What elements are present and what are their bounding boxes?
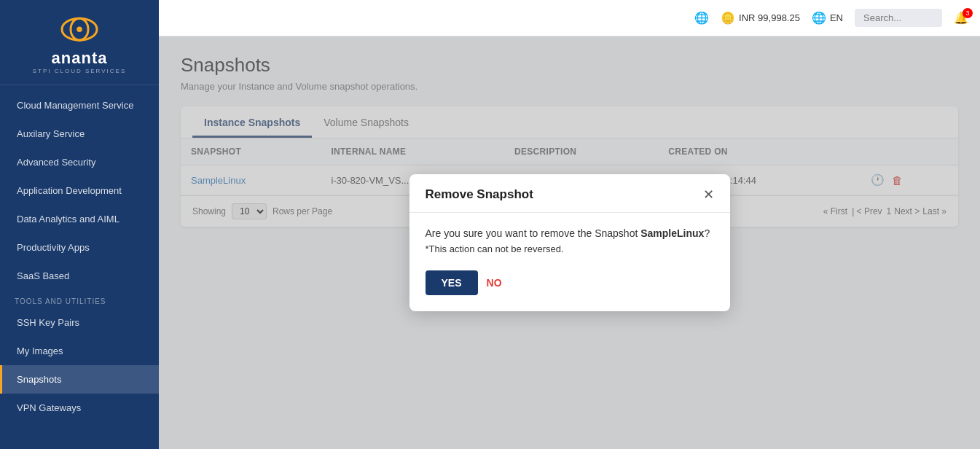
- modal-body: Are you sure you want to remove the Snap…: [409, 213, 730, 311]
- remove-snapshot-modal: Remove Snapshot ✕ Are you sure you want …: [409, 174, 730, 311]
- logo-sub: STPI CLOUD SERVICES: [33, 68, 127, 74]
- sidebar-item-ssh-key-pairs[interactable]: SSH Key Pairs: [0, 308, 159, 337]
- modal-actions: YES NO: [426, 270, 714, 295]
- modal-overlay: Remove Snapshot ✕ Are you sure you want …: [159, 36, 980, 449]
- sidebar-item-productivity-apps[interactable]: Productivity Apps: [0, 233, 159, 262]
- logo-text: ananta: [52, 49, 108, 68]
- sidebar-item-auxiliary-service[interactable]: Auxilary Service: [0, 120, 159, 148]
- svg-point-2: [77, 26, 82, 32]
- language-selector[interactable]: 🌐 EN: [812, 11, 843, 25]
- sidebar-item-data-analytics[interactable]: Data Analytics and AIML: [0, 205, 159, 233]
- logo: ananta STPI CLOUD SERVICES: [0, 0, 159, 85]
- modal-question-suffix: ?: [704, 227, 710, 239]
- sidebar-item-vpn-gateways[interactable]: VPN Gateways: [0, 394, 159, 422]
- modal-warning: *This action can not be reversed.: [426, 243, 714, 254]
- confirm-no-button[interactable]: NO: [487, 277, 502, 289]
- language-icon: 🌐: [812, 11, 826, 25]
- modal-question: Are you sure you want to remove the Snap…: [426, 227, 714, 239]
- confirm-yes-button[interactable]: YES: [426, 270, 478, 295]
- globe-icon: 🌐: [694, 11, 709, 25]
- modal-snapshot-name: SampleLinux: [640, 227, 704, 239]
- globe-button[interactable]: 🌐: [694, 11, 709, 25]
- modal-header: Remove Snapshot ✕: [409, 174, 730, 213]
- modal-title: Remove Snapshot: [426, 187, 533, 202]
- sidebar-nav: Cloud Management Service Auxilary Servic…: [0, 85, 159, 449]
- wallet-icon: 🪙: [721, 11, 735, 25]
- sidebar-item-cloud-management[interactable]: Cloud Management Service: [0, 91, 159, 120]
- notification-button[interactable]: 🔔 3: [954, 11, 968, 25]
- modal-question-prefix: Are you sure you want to remove the Snap…: [426, 227, 641, 239]
- sidebar-item-saas-based[interactable]: SaaS Based: [0, 262, 159, 290]
- tools-section-label: TOOLS AND UTILITIES: [0, 290, 159, 308]
- sidebar: ananta STPI CLOUD SERVICES Cloud Managem…: [0, 0, 159, 449]
- modal-close-button[interactable]: ✕: [703, 188, 714, 201]
- main-content: 🌐 🪙 INR 99,998.25 🌐 EN 🔔 3 Snapshots Man…: [159, 0, 980, 449]
- search-input[interactable]: [855, 9, 942, 27]
- topbar: 🌐 🪙 INR 99,998.25 🌐 EN 🔔 3: [159, 0, 980, 36]
- wallet-balance[interactable]: 🪙 INR 99,998.25: [721, 11, 800, 25]
- notification-badge: 3: [963, 8, 973, 18]
- sidebar-item-advanced-security[interactable]: Advanced Security: [0, 148, 159, 176]
- sidebar-item-application-development[interactable]: Application Development: [0, 176, 159, 205]
- page-content: Snapshots Manage your Instance and Volum…: [159, 36, 980, 449]
- language-label: EN: [830, 12, 843, 23]
- sidebar-item-my-images[interactable]: My Images: [0, 337, 159, 365]
- sidebar-item-snapshots[interactable]: Snapshots: [0, 365, 159, 394]
- balance-label: INR 99,998.25: [739, 12, 800, 23]
